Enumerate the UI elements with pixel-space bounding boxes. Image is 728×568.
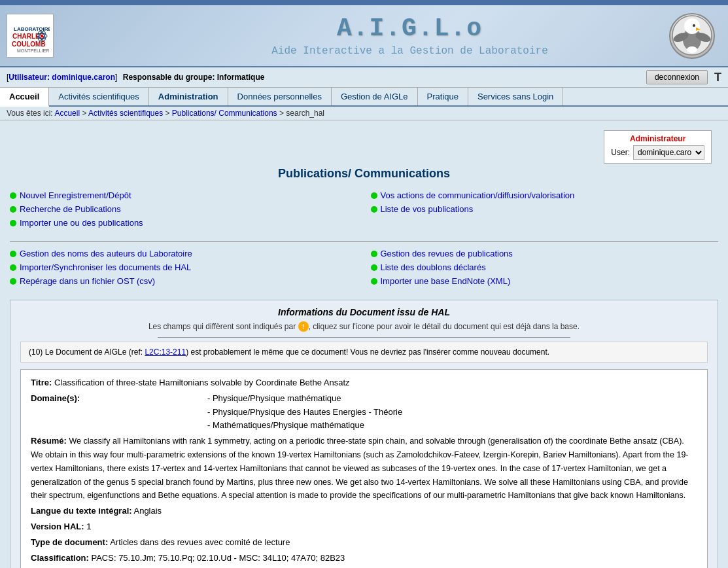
breadcrumb-sep1: > [82, 109, 88, 118]
link-item: Liste de vos publications [371, 204, 719, 214]
alert-link[interactable]: L2C:13-211 [145, 347, 186, 357]
svg-text:COULOMB: COULOMB [12, 41, 46, 48]
nav-donnees[interactable]: Données personnelles [228, 88, 332, 105]
top-bar [0, 0, 728, 5]
domaines-label: Domaine(s): [31, 392, 207, 433]
green-dot-icon [371, 251, 377, 257]
langue-value: Anglais [133, 506, 162, 516]
type-label: Type de document: [31, 537, 108, 547]
info-subtitle-post: , cliquez sur l'icone pour avoir le déta… [309, 322, 580, 331]
version-label: Version HAL: [31, 522, 84, 531]
green-dot-icon [371, 264, 377, 271]
green-dot-icon [10, 192, 16, 199]
svg-point-8 [41, 35, 43, 37]
user-link[interactable]: Utilisateur: dominique.caron [9, 73, 115, 82]
logo-box: LABORATOIRE CHARLES COULOMB MONTPELLIER [7, 14, 54, 58]
nav-bar: Accueil Activités scientifiques Administ… [0, 88, 728, 107]
titre-value: Classification of three-state Hamiltonia… [54, 378, 350, 387]
alert-text-post: ) est probablement le même que ce docume… [186, 347, 549, 357]
link-item: Recherche de Publications [10, 204, 358, 214]
aigle-subtitle: Aide Interactive a la Gestion de Laborat… [150, 45, 669, 57]
green-dot-icon [10, 278, 16, 285]
link-importer-publications[interactable]: Importer une ou des publications [20, 218, 143, 228]
info-subtitle-pre: Les champs qui diffèrent sont indiqués p… [148, 322, 298, 331]
header: LABORATOIRE CHARLES COULOMB MONTPELLIER … [0, 5, 728, 67]
alert-box: (10) Le Document de AIGLe (ref: L2C:13-2… [20, 342, 708, 363]
green-dot-icon [371, 278, 377, 285]
resume-text: We classify all Hamiltonians with rank 1… [31, 436, 689, 500]
eagle-image [669, 13, 715, 59]
type-value: Articles dans des revues avec comité de … [110, 537, 290, 547]
info-box-subtitle: Les champs qui diffèrent sont indiqués p… [20, 321, 708, 332]
resume-label: Résumé: [31, 436, 67, 446]
center-title: A.I.G.L.o Aide Interactive a la Gestion … [150, 14, 669, 57]
breadcrumb-activites[interactable]: Activités scientifiques [88, 109, 163, 118]
langue-label: Langue du texte intégral: [31, 506, 132, 516]
logo-area: LABORATOIRE CHARLES COULOMB MONTPELLIER [7, 14, 150, 58]
link-gestion-auteurs[interactable]: Gestion des noms des auteurs du Laborato… [20, 249, 192, 258]
svg-point-16 [687, 46, 697, 53]
breadcrumb-sep3: > [279, 109, 286, 118]
classif-label: Classification: [31, 553, 89, 563]
link-item: Liste des doublons déclarés [371, 262, 719, 272]
eagle-icon [669, 13, 721, 59]
links-col-left-1: Nouvel Enregistrement/Dépôt Recherche de… [10, 190, 358, 232]
breadcrumb-prefix: Vous êtes ici: [7, 109, 54, 118]
doc-domaines-row: Domaine(s): - Physique/Physique mathémat… [31, 392, 697, 433]
link-gestion-revues[interactable]: Gestion des revues de publications [381, 249, 513, 258]
link-item: Importer une ou des publications [10, 218, 358, 228]
nav-activites[interactable]: Activités scientifiques [49, 88, 149, 105]
main-content: Administrateur User: dominique.caro Publ… [0, 120, 728, 568]
green-dot-icon [10, 206, 16, 213]
breadcrumb-publications[interactable]: Publications/ Communications [172, 109, 277, 118]
nav-accueil[interactable]: Accueil [0, 88, 49, 107]
breadcrumb-accueil[interactable]: Accueil [54, 109, 80, 118]
breadcrumb-current: search_hal [286, 109, 324, 118]
domaines-values: - Physique/Physique mathématique - Physi… [207, 392, 402, 433]
admin-panel: Administrateur User: dominique.caro [604, 130, 712, 164]
page-title-area: Publications/ Communications [10, 167, 718, 181]
doc-detail: Titre: Classification of three-state Ham… [20, 369, 708, 568]
warning-icon[interactable]: ! [298, 321, 309, 332]
link-liste-doublons[interactable]: Liste des doublons déclarés [381, 262, 486, 272]
doc-version-row: Version HAL: 1 [31, 520, 697, 534]
svg-point-11 [684, 18, 700, 34]
user-bar-right: deconnexion T [646, 70, 721, 84]
link-liste-publications[interactable]: Liste de vos publications [381, 204, 474, 214]
breadcrumb-sep2: > [165, 109, 172, 118]
links-section-2: Gestion des noms des auteurs du Laborato… [10, 249, 718, 290]
doc-classif-row: Classification: PACS: 75.10.Jm; 75.10.Pq… [31, 552, 697, 565]
info-separator [158, 337, 570, 338]
green-dot-icon [371, 192, 377, 199]
breadcrumb: Vous êtes ici: Accueil > Activités scien… [7, 109, 324, 118]
admin-user-select[interactable]: dominique.caro [633, 145, 704, 160]
link-importer-hal[interactable]: Importer/Synchroniser les documents de H… [20, 262, 191, 272]
doc-type-row: Type de document: Articles dans des revu… [31, 536, 697, 550]
font-size-icon[interactable]: T [714, 71, 721, 84]
link-recherche-publications[interactable]: Recherche de Publications [20, 204, 121, 214]
link-vos-actions[interactable]: Vos actions de communication/diffusion/v… [381, 190, 575, 200]
green-dot-icon [371, 206, 377, 213]
titre-label: Titre: [31, 378, 52, 387]
link-item: Importer une base EndNote (XML) [371, 276, 719, 286]
link-item: Repérage dans un fichier OST (csv) [10, 276, 358, 286]
link-nouvel-enregistrement[interactable]: Nouvel Enregistrement/Dépôt [20, 190, 131, 200]
classif-value: PACS: 75.10.Jm; 75.10.Pq; 02.10.Ud - MSC… [91, 553, 345, 563]
nav-administration[interactable]: Administration [149, 88, 228, 105]
links-section-1: Nouvel Enregistrement/Dépôt Recherche de… [10, 190, 718, 232]
links-col-right-1: Vos actions de communication/diffusion/v… [371, 190, 719, 232]
link-item: Importer/Synchroniser les documents de H… [10, 262, 358, 272]
nav-gestion[interactable]: Gestion de AIGLe [332, 88, 418, 105]
nav-services[interactable]: Services sans Login [468, 88, 563, 105]
role-label: Responsable du groupe: Informatique [123, 73, 265, 82]
link-reperage-ost[interactable]: Repérage dans un fichier OST (csv) [20, 276, 155, 286]
deconnexion-button[interactable]: deconnexion [646, 70, 708, 84]
page-title: Publications/ Communications [10, 167, 718, 181]
link-item: Vos actions de communication/diffusion/v… [371, 190, 719, 200]
link-importer-endnote[interactable]: Importer une base EndNote (XML) [381, 276, 511, 286]
domaine-2: - Physique/Physique des Hautes Energies … [207, 406, 402, 419]
nav-pratique[interactable]: Pratique [418, 88, 468, 105]
admin-label: Administrateur [611, 134, 704, 143]
version-value: 1 [86, 522, 91, 531]
green-dot-icon [10, 251, 16, 257]
